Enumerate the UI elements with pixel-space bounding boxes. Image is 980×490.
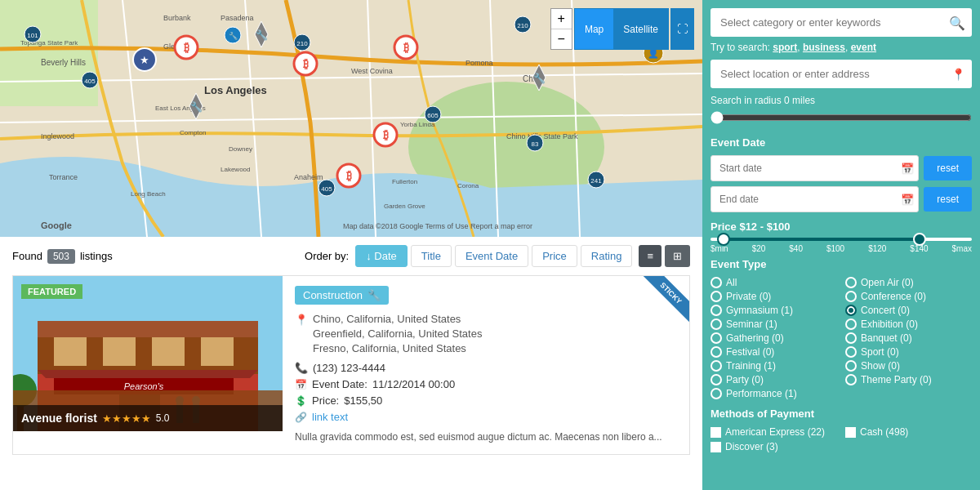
order-title-button[interactable]: Title: [411, 245, 452, 267]
event-type-conference-radio[interactable]: [845, 291, 857, 302]
start-date-calendar-button[interactable]: 📅: [901, 163, 914, 175]
event-type-show-radio[interactable]: [845, 360, 857, 372]
event-type-private-label: Private (0): [726, 291, 771, 302]
payment-discover-checkbox[interactable]: [710, 442, 721, 452]
order-buttons: ↓ Date Title Event Date Price Rating: [355, 245, 632, 267]
svg-text:West Covina: West Covina: [351, 67, 393, 75]
event-type-banquet: Banquet (0): [845, 332, 972, 344]
event-type-concert-radio[interactable]: [845, 305, 857, 316]
event-type-festival: Festival (0): [710, 346, 837, 358]
start-date-reset-button[interactable]: reset: [924, 156, 972, 180]
svg-text:Fullerton: Fullerton: [392, 178, 417, 185]
zoom-in-button[interactable]: +: [551, 9, 572, 29]
price-thumb-max[interactable]: [913, 233, 926, 246]
event-type-performance-radio[interactable]: [710, 388, 722, 399]
order-by-label: Order by:: [305, 250, 349, 262]
map-view-button[interactable]: Map: [575, 9, 613, 49]
event-type-all-radio[interactable]: [710, 277, 722, 288]
map-controls: + − Map Satellite ⛶: [550, 8, 694, 50]
end-date-reset-button[interactable]: reset: [924, 187, 972, 212]
location-item-1: 📍 Chino, California, United States: [295, 313, 677, 326]
svg-text:Torrance: Torrance: [49, 173, 78, 181]
svg-text:Inglewood: Inglewood: [41, 132, 74, 140]
listing-image: Pearson's FEATURED Aven: [13, 276, 283, 431]
category-search-button[interactable]: 🔍: [949, 15, 965, 30]
order-date-button[interactable]: ↓ Date: [355, 245, 408, 267]
results-area: Found 503 listings Order by: ↓ Date Titl…: [0, 237, 702, 490]
radius-slider[interactable]: [710, 111, 972, 124]
try-search-area: Try to search: sport, business, event: [710, 42, 972, 53]
order-rating-button[interactable]: Rating: [581, 245, 633, 267]
link-icon: 🔗: [295, 412, 307, 423]
payment-cash-label: Cash (498): [860, 426, 908, 438]
try-sport-link[interactable]: sport: [773, 42, 797, 53]
event-type-gathering-radio[interactable]: [710, 332, 722, 344]
event-date-value: 11/12/2014 00:00: [372, 378, 455, 390]
event-type-open-air-radio[interactable]: [845, 277, 857, 288]
event-type-sport: Sport (0): [845, 346, 972, 358]
listing-rating: 5.0: [156, 412, 170, 424]
map-expand-button[interactable]: ⛶: [670, 8, 694, 50]
try-business-link[interactable]: business: [803, 42, 845, 53]
location-text-1: Chino, California, United States: [313, 313, 461, 325]
svg-text:241: 241: [590, 177, 602, 185]
price-tick-min: $min: [710, 244, 728, 253]
payment-cash-checkbox[interactable]: [845, 427, 856, 438]
map-zoom: + −: [550, 8, 572, 50]
end-date-row: 📅 reset: [710, 186, 972, 212]
event-type-seminar-radio[interactable]: [710, 318, 722, 330]
end-date-calendar-button[interactable]: 📅: [901, 194, 914, 206]
listing-link: 🔗 link text: [295, 411, 677, 423]
order-price-button[interactable]: Price: [532, 245, 577, 267]
location-item-2: 📍 Greenfield, California, United States: [295, 327, 677, 341]
event-type-theme-party: Theme Party (0): [845, 374, 972, 385]
event-type-sport-radio[interactable]: [845, 346, 857, 358]
svg-rect-77: [152, 337, 185, 366]
event-type-festival-radio[interactable]: [710, 346, 722, 358]
event-type-gathering-label: Gathering (0): [726, 332, 784, 344]
event-type-banquet-radio[interactable]: [845, 332, 857, 344]
listing-price: 💲 Price: $155,50: [295, 394, 677, 407]
end-date-input[interactable]: [710, 186, 919, 212]
order-area: Order by: ↓ Date Title Event Date Price …: [305, 245, 690, 267]
view-toggle: ≡ ⊞: [639, 245, 690, 267]
payment-amex-checkbox[interactable]: [710, 427, 721, 438]
event-type-private-radio[interactable]: [710, 291, 722, 302]
listing-category-badge[interactable]: Construction 🔧: [295, 286, 389, 305]
event-type-party-radio[interactable]: [710, 374, 722, 385]
event-type-theme-party-radio[interactable]: [845, 374, 857, 385]
featured-badge: FEATURED: [21, 284, 82, 299]
location-search-input[interactable]: [710, 60, 972, 88]
event-type-sport-label: Sport (0): [861, 346, 899, 358]
price-value: $155,50: [344, 394, 382, 407]
order-event-date-button[interactable]: Event Date: [455, 245, 528, 267]
category-text: Construction: [303, 289, 363, 301]
payment-amex: American Express (22): [710, 426, 837, 438]
grid-view-button[interactable]: ⊞: [665, 245, 690, 267]
event-date-section-label: Event Date: [710, 136, 972, 149]
svg-text:₿: ₿: [403, 41, 409, 54]
price-tick-20: $20: [752, 244, 766, 253]
event-type-gymnasium-radio[interactable]: [710, 305, 722, 316]
category-search-input[interactable]: [710, 8, 972, 37]
start-date-input[interactable]: [710, 155, 919, 181]
svg-text:Downey: Downey: [229, 145, 252, 153]
svg-text:405: 405: [321, 185, 332, 193]
try-event-link[interactable]: event: [851, 42, 876, 53]
location-search-button[interactable]: 📍: [951, 68, 965, 81]
svg-text:★: ★: [140, 54, 149, 66]
zoom-out-button[interactable]: −: [551, 29, 572, 49]
found-text: Found: [12, 250, 42, 262]
svg-text:🔧: 🔧: [256, 29, 268, 41]
listing-link-anchor[interactable]: link text: [312, 411, 348, 423]
price-thumb-min[interactable]: [717, 233, 730, 246]
listing-card: Pearson's FEATURED Aven: [12, 275, 690, 455]
event-type-conference-label: Conference (0): [861, 291, 926, 302]
event-type-open-air: Open Air (0): [845, 277, 972, 288]
event-type-training-radio[interactable]: [710, 360, 722, 372]
sticky-ribbon: STICKY: [632, 276, 689, 333]
event-type-exhibition-radio[interactable]: [845, 318, 857, 330]
list-view-button[interactable]: ≡: [639, 245, 662, 267]
svg-text:Map data ©2018 Google   Terms : Map data ©2018 Google Terms of Use Repor…: [343, 222, 532, 230]
satellite-view-button[interactable]: Satellite: [613, 9, 668, 49]
